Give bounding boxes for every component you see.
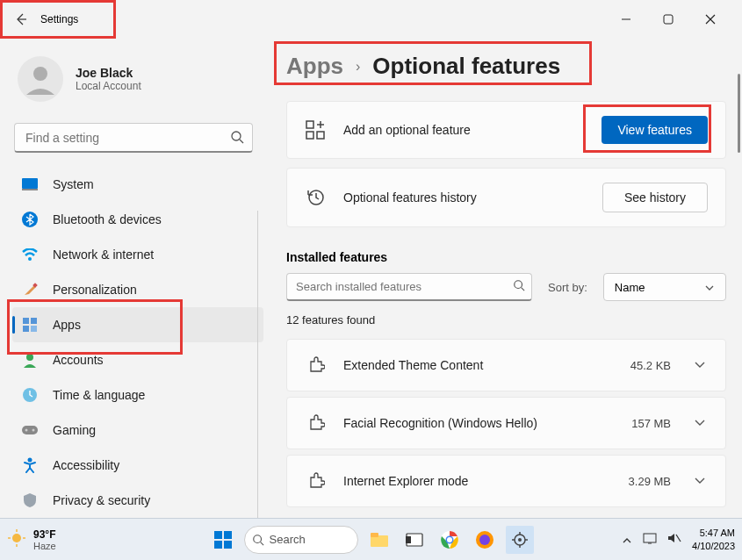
svg-point-3 <box>232 132 241 140</box>
volume-tray-icon[interactable] <box>667 532 681 548</box>
sidebar-item-accounts[interactable]: Accounts <box>12 342 263 377</box>
sidebar-item-accessibility[interactable]: Accessibility <box>12 448 263 483</box>
sort-by-label: Sort by: <box>548 281 587 294</box>
sort-select[interactable]: Name <box>603 273 726 301</box>
chevron-right-icon: › <box>356 59 360 75</box>
installed-search-input[interactable] <box>286 273 532 301</box>
svg-rect-12 <box>23 326 29 332</box>
gamepad-icon <box>21 421 39 439</box>
svg-rect-34 <box>224 541 232 549</box>
taskview-icon[interactable] <box>400 526 429 554</box>
sidebar-item-label: Privacy & security <box>53 493 150 507</box>
svg-rect-13 <box>31 326 37 332</box>
sidebar-item-apps[interactable]: Apps <box>12 307 263 342</box>
svg-rect-38 <box>371 533 378 537</box>
profile-block[interactable]: Joe Black Local Account <box>12 49 263 116</box>
explorer-icon[interactable] <box>365 526 393 554</box>
sidebar-item-label: Accessibility <box>53 458 119 472</box>
scrollbar-thumb[interactable] <box>738 74 740 153</box>
feature-name: Facial Recognition (Windows Hello) <box>343 416 614 430</box>
view-features-button[interactable]: View features <box>602 116 708 144</box>
svg-rect-21 <box>306 132 313 139</box>
svg-rect-11 <box>31 318 37 324</box>
system-icon <box>21 176 39 193</box>
breadcrumb-parent[interactable]: Apps <box>286 53 343 80</box>
clock-tray[interactable]: 5:47 AM 4/10/2023 <box>692 527 735 552</box>
weather-widget[interactable]: 93°F Haze <box>7 528 56 551</box>
close-button[interactable] <box>698 7 723 32</box>
taskbar: 93°F Haze <রect x="1" y="x="12" width/> … <box>0 518 742 560</box>
chevron-down-icon <box>694 357 706 373</box>
shield-icon <box>21 492 39 509</box>
feature-row[interactable]: Extended Theme Content 45.2 KB <box>286 339 726 391</box>
firefox-icon[interactable] <box>471 526 499 554</box>
accessibility-icon <box>21 456 39 474</box>
add-feature-label: Add an optional feature <box>343 123 584 137</box>
profile-subtitle: Local Account <box>76 80 141 92</box>
weather-condition: Haze <box>33 541 56 551</box>
svg-rect-16 <box>22 426 38 434</box>
chrome-icon[interactable] <box>436 526 464 554</box>
svg-point-47 <box>518 538 522 542</box>
svg-point-26 <box>12 534 21 542</box>
chevron-down-icon <box>694 415 706 431</box>
sidebar-item-bluetooth[interactable]: Bluetooth & devices <box>12 202 263 237</box>
feature-size: 157 MB <box>631 417 671 430</box>
svg-line-4 <box>240 140 243 143</box>
svg-rect-40 <box>406 536 411 543</box>
feature-row[interactable]: Facial Recognition (Windows Hello) 157 M… <box>286 397 726 449</box>
page-title: Optional features <box>372 53 560 80</box>
tray-chevron-icon[interactable] <box>622 532 632 548</box>
sidebar-item-label: Personalization <box>53 283 137 297</box>
svg-rect-1 <box>664 15 673 24</box>
grid-plus-icon <box>305 119 326 140</box>
settings-icon[interactable] <box>506 526 534 554</box>
back-button[interactable] <box>5 4 37 35</box>
sidebar-item-network[interactable]: Network & internet <box>12 237 263 272</box>
svg-rect-6 <box>22 189 38 190</box>
svg-rect-31 <box>214 531 222 539</box>
date-text: 4/10/2023 <box>692 540 735 552</box>
taskbar-search[interactable]: Search <box>244 526 358 554</box>
history-label: Optional features history <box>343 190 585 205</box>
chevron-down-icon <box>704 281 715 294</box>
sidebar-item-label: Time & language <box>53 388 145 402</box>
wifi-icon <box>21 246 39 263</box>
svg-point-35 <box>253 535 261 542</box>
sidebar-item-privacy[interactable]: Privacy & security <box>12 483 263 518</box>
add-feature-card: Add an optional feature View features <box>286 101 726 159</box>
svg-point-45 <box>479 535 490 545</box>
minimize-button[interactable] <box>614 7 638 32</box>
feature-row[interactable]: Internet Explorer mode 3.29 MB <box>286 455 726 507</box>
taskbar-search-label: Search <box>270 533 306 546</box>
divider <box>257 211 258 518</box>
sidebar-item-label: Bluetooth & devices <box>53 212 162 226</box>
sort-value: Name <box>615 281 645 294</box>
svg-line-36 <box>260 542 263 545</box>
search-input[interactable] <box>14 123 253 153</box>
puzzle-icon <box>306 413 326 433</box>
svg-rect-5 <box>22 178 38 189</box>
svg-point-18 <box>32 429 35 432</box>
svg-rect-22 <box>317 132 324 139</box>
see-history-button[interactable]: See history <box>602 183 708 212</box>
sidebar-item-time[interactable]: Time & language <box>12 377 263 413</box>
search-icon <box>513 279 525 295</box>
maximize-button[interactable] <box>656 7 681 32</box>
feature-name: Extended Theme Content <box>343 358 613 372</box>
history-card: Optional features history See history <box>286 168 726 227</box>
svg-line-25 <box>522 288 525 291</box>
svg-point-19 <box>28 458 32 463</box>
svg-point-24 <box>515 281 522 289</box>
svg-rect-20 <box>306 121 313 128</box>
sidebar-item-system[interactable]: System <box>12 167 263 202</box>
sidebar-item-personalization[interactable]: Personalization <box>12 272 263 307</box>
sidebar-item-gaming[interactable]: Gaming <box>12 413 263 448</box>
feature-size: 45.2 KB <box>630 359 671 372</box>
network-tray-icon[interactable] <box>643 532 657 548</box>
svg-line-54 <box>676 535 681 542</box>
sun-icon <box>7 528 26 551</box>
window-title: Settings <box>40 13 78 25</box>
start-button[interactable]: <রect x="1" y="x="12" width/> <box>209 526 237 554</box>
apps-icon <box>21 316 39 334</box>
